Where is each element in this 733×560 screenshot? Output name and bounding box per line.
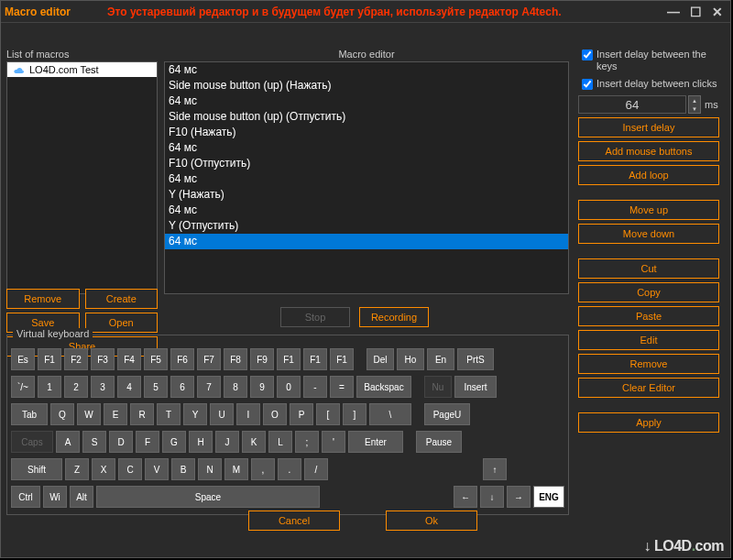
key-language[interactable]: ENG [533,486,564,508]
edit-button[interactable]: Edit [578,330,719,350]
recording-button[interactable]: Recording [359,307,429,327]
editor-line[interactable]: Y (Нажать) [165,187,568,203]
key-5[interactable]: 5 [144,376,168,398]
key-q[interactable]: Q [50,403,74,425]
cancel-button[interactable]: Cancel [248,511,340,531]
move-down-button[interactable]: Move down [578,224,719,244]
spinner-down-icon[interactable]: ▼ [689,104,700,113]
key-quote[interactable]: ' [322,431,345,453]
key-space[interactable]: Space [96,486,320,508]
editor-line[interactable]: Side mouse button (up) (Нажать) [165,78,568,93]
key-period[interactable]: . [278,458,301,480]
key-u[interactable]: U [210,403,234,425]
open-button[interactable]: Open [85,313,159,333]
key-alt[interactable]: Alt [70,486,93,508]
key-4[interactable]: 4 [117,376,141,398]
key-f12[interactable]: F1 [330,348,354,370]
key-y[interactable]: Y [183,403,207,425]
macros-listbox[interactable]: LO4D.com Test [6,61,158,294]
key-home[interactable]: Ho [397,348,424,370]
key-delete[interactable]: Del [366,348,394,370]
key-r[interactable]: R [130,403,154,425]
key-win[interactable]: Wi [43,486,67,508]
key-1[interactable]: 1 [38,376,61,398]
maximize-button[interactable]: ☐ [686,5,705,19]
delay-spinner[interactable]: ▲▼ [688,95,701,114]
editor-line[interactable]: F10 (Отпустить) [165,156,568,171]
key-w[interactable]: W [77,403,101,425]
list-item[interactable]: LO4D.com Test [7,62,157,77]
key-c[interactable]: C [118,458,142,480]
key-shift[interactable]: Shift [11,458,62,480]
key-6[interactable]: 6 [170,376,194,398]
editor-line[interactable]: 64 мс [165,171,568,187]
key-comma[interactable]: , [251,458,275,480]
editor-listbox[interactable]: 64 мс Side mouse button (up) (Нажать) 64… [164,61,569,294]
delay-keys-checkbox[interactable] [582,49,593,60]
key-g[interactable]: G [162,431,186,453]
key-arrow-right[interactable]: → [507,486,531,508]
delay-value-input[interactable] [578,95,686,114]
key-insert[interactable]: Insert [454,376,497,398]
key-f[interactable]: F [136,431,159,453]
key-0[interactable]: 0 [277,376,301,398]
key-8[interactable]: 8 [224,376,247,398]
key-7[interactable]: 7 [197,376,221,398]
key-pageup[interactable]: PageU [424,403,470,425]
delay-clicks-checkbox[interactable] [582,79,593,90]
key-f9[interactable]: F9 [250,348,274,370]
editor-line[interactable]: F10 (Нажать) [165,125,568,140]
key-l[interactable]: L [268,431,292,453]
add-mouse-button[interactable]: Add mouse buttons [578,141,719,161]
remove-button[interactable]: Remove [6,289,80,309]
key-d[interactable]: D [109,431,133,453]
add-loop-button[interactable]: Add loop [578,165,719,185]
key-printscreen[interactable]: PrtS [457,348,494,370]
key-9[interactable]: 9 [250,376,274,398]
editor-line[interactable]: 64 мс [165,203,568,218]
key-k[interactable]: K [242,431,266,453]
key-ctrl[interactable]: Ctrl [11,486,40,508]
key-f1[interactable]: F1 [38,348,61,370]
key-f3[interactable]: F3 [91,348,115,370]
key-v[interactable]: V [145,458,169,480]
key-equals[interactable]: = [330,376,354,398]
key-tab[interactable]: Tab [11,403,48,425]
key-f4[interactable]: F4 [117,348,141,370]
key-j[interactable]: J [215,431,239,453]
insert-delay-button[interactable]: Insert delay [578,117,719,137]
key-z[interactable]: Z [65,458,89,480]
editor-line[interactable]: Side mouse button (up) (Отпустить) [165,109,568,125]
key-i[interactable]: I [236,403,260,425]
editor-line[interactable]: 64 мс [165,140,568,156]
key-arrow-up[interactable]: ↑ [483,458,507,480]
move-up-button[interactable]: Move up [578,200,719,220]
key-rbracket[interactable]: ] [343,403,366,425]
key-3[interactable]: 3 [91,376,115,398]
minimize-button[interactable]: — [664,5,683,19]
cut-button[interactable]: Cut [578,258,719,279]
key-backslash[interactable]: \ [369,403,411,425]
editor-line[interactable]: 64 мс [165,93,568,109]
key-slash[interactable]: / [304,458,328,480]
editor-line[interactable]: 64 мс [165,62,568,78]
key-backspace[interactable]: Backspac [356,376,411,398]
paste-button[interactable]: Paste [578,306,719,326]
key-f10[interactable]: F1 [277,348,301,370]
key-tilde[interactable]: `/~ [11,376,35,398]
apply-button[interactable]: Apply [578,412,719,433]
key-minus[interactable]: - [303,376,327,398]
key-a[interactable]: A [56,431,80,453]
key-f11[interactable]: F1 [303,348,327,370]
key-semicolon[interactable]: ; [295,431,319,453]
key-f6[interactable]: F6 [170,348,194,370]
create-button[interactable]: Create [85,289,159,309]
key-f2[interactable]: F2 [64,348,88,370]
key-h[interactable]: H [189,431,213,453]
key-arrow-left[interactable]: ← [454,486,477,508]
editor-line[interactable]: Y (Отпустить) [165,218,568,234]
copy-button[interactable]: Copy [578,282,719,302]
key-arrow-down[interactable]: ↓ [480,486,504,508]
key-2[interactable]: 2 [64,376,88,398]
clear-editor-button[interactable]: Clear Editor [578,378,719,398]
